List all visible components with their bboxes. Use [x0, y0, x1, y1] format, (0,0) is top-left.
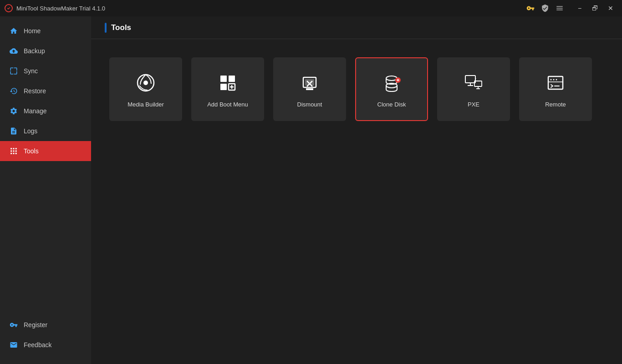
sidebar-item-register[interactable]: Register [0, 315, 91, 335]
svg-point-29 [551, 79, 552, 80]
sidebar-item-logs[interactable]: Logs [0, 121, 91, 141]
sidebar-item-restore[interactable]: Restore [0, 81, 91, 101]
tool-card-clone-disk[interactable]: Clone Disk [355, 57, 428, 121]
tools-icon [9, 147, 18, 156]
add-boot-menu-label: Add Boot Menu [207, 101, 248, 108]
tool-card-remote[interactable]: Remote [519, 57, 592, 121]
tools-grid: Media Builder Add Boot Menu [91, 39, 622, 139]
content-area: Tools Media Builder [91, 16, 622, 364]
title-bar-right: − 🗗 ✕ [573, 2, 617, 15]
minimize-button[interactable]: − [573, 2, 586, 15]
sync-icon [9, 66, 18, 76]
pxe-icon [462, 71, 485, 95]
add-boot-menu-icon [216, 71, 240, 95]
title-bar-left: MiniTool ShadowMaker Trial 4.1.0 [5, 4, 105, 12]
app-title: MiniTool ShadowMaker Trial 4.1.0 [16, 5, 105, 12]
sidebar-item-tools[interactable]: Tools [0, 141, 91, 161]
sidebar-item-backup[interactable]: Backup [0, 41, 91, 61]
tool-card-pxe[interactable]: PXE [437, 57, 510, 121]
tool-card-dismount[interactable]: Dismount [273, 57, 346, 121]
title-bar: MiniTool ShadowMaker Trial 4.1.0 − 🗗 ✕ [0, 0, 622, 16]
svg-rect-4 [229, 76, 235, 82]
close-button[interactable]: ✕ [604, 2, 617, 15]
manage-icon [9, 106, 18, 116]
clone-disk-label: Clone Disk [377, 101, 406, 108]
sidebar-bottom: Register Feedback [0, 315, 91, 364]
shield-icon[interactable] [541, 4, 549, 12]
tool-card-add-boot-menu[interactable]: Add Boot Menu [191, 57, 264, 121]
svg-rect-10 [305, 79, 314, 86]
svg-rect-5 [220, 84, 227, 90]
title-icons [526, 4, 564, 12]
page-title: Tools [111, 23, 131, 32]
media-builder-label: Media Builder [127, 101, 164, 108]
register-icon [9, 320, 18, 329]
feedback-icon [9, 340, 18, 349]
svg-rect-28 [548, 76, 563, 89]
app-logo [5, 4, 13, 12]
main-layout: Home Backup Sync Restore Manage [0, 16, 622, 364]
sidebar-item-feedback[interactable]: Feedback [0, 335, 91, 355]
dismount-label: Dismount [297, 101, 322, 108]
page-title-bar: Tools [105, 23, 131, 33]
sidebar-item-manage[interactable]: Manage [0, 101, 91, 121]
svg-rect-13 [306, 88, 313, 90]
page-header: Tools [91, 16, 622, 39]
page-title-accent [105, 23, 107, 33]
remote-label: Remote [545, 101, 566, 108]
restore-button[interactable]: 🗗 [588, 2, 602, 15]
svg-rect-21 [465, 76, 475, 83]
sidebar-item-home[interactable]: Home [0, 21, 91, 41]
clone-disk-icon [380, 71, 403, 95]
svg-rect-3 [220, 76, 227, 82]
sidebar-item-sync[interactable]: Sync [0, 61, 91, 81]
restore-icon [9, 86, 18, 96]
remote-icon [544, 71, 567, 95]
svg-point-31 [556, 79, 557, 80]
tool-card-media-builder[interactable]: Media Builder [109, 57, 182, 121]
logs-icon [9, 126, 18, 136]
media-builder-icon [134, 71, 158, 95]
pxe-label: PXE [468, 101, 479, 108]
svg-point-30 [553, 79, 555, 80]
home-icon [9, 26, 18, 35]
key-icon[interactable] [526, 4, 535, 12]
sidebar: Home Backup Sync Restore Manage [0, 16, 91, 364]
dismount-icon [298, 71, 321, 95]
svg-point-2 [143, 81, 148, 85]
backup-icon [9, 46, 18, 56]
hamburger-icon[interactable] [556, 4, 564, 12]
